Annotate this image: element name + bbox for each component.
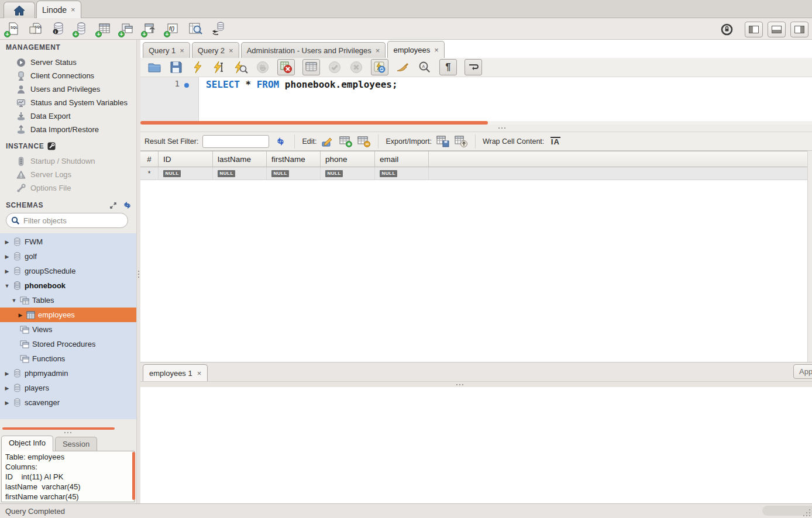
column-header-lastname[interactable]: lastName — [213, 151, 267, 167]
tree-item-schema[interactable]: ▶ FWM — [0, 234, 136, 249]
tree-item-views-folder[interactable]: Views — [0, 322, 136, 337]
tree-item-schema[interactable]: ▶ scavenger — [0, 395, 136, 410]
result-grid-vertical-scrollbar[interactable] — [807, 151, 812, 362]
tree-item-schema[interactable]: ▶ players — [0, 381, 136, 395]
stop-query-button[interactable] — [256, 60, 270, 74]
execute-all-button[interactable] — [191, 60, 205, 74]
splitter-grip[interactable] — [64, 432, 66, 433]
tree-item-schema[interactable]: ▶ phpmyadmin — [0, 366, 136, 381]
chevron-right-icon[interactable]: ▶ — [4, 400, 10, 406]
create-stored-procedure-button[interactable]: + — [142, 20, 158, 37]
open-sql-script-button[interactable]: SQL — [27, 20, 44, 37]
column-header-firstname[interactable]: firstName — [267, 151, 321, 167]
toggle-left-panel-button[interactable] — [745, 22, 763, 37]
tree-item-schema-phonebook[interactable]: ▼ phonebook — [0, 278, 136, 293]
object-info-scrollbar[interactable] — [132, 452, 135, 500]
tab-result-employees-1[interactable]: employees 1 × — [143, 364, 208, 381]
alert-status-icon[interactable] — [721, 23, 733, 36]
toggle-stop-on-error-button[interactable] — [277, 59, 295, 75]
close-icon[interactable]: × — [434, 46, 439, 54]
new-sql-editor-button[interactable]: SQL + — [5, 20, 21, 37]
sql-statement[interactable]: SELECT * FROM phonebook.employees; — [206, 79, 398, 90]
find-in-editor-button[interactable]: A — [418, 60, 432, 74]
chevron-right-icon[interactable]: ▶ — [4, 385, 10, 391]
sidebar-item-options-file[interactable]: Options File — [0, 181, 136, 195]
refresh-schemas-icon[interactable] — [123, 201, 132, 209]
close-icon[interactable]: × — [376, 46, 380, 55]
tree-item-procedures-folder[interactable]: Stored Procedures — [0, 337, 136, 351]
tab-query-1[interactable]: Query 1× — [143, 42, 190, 58]
sql-editor[interactable]: 1 SELECT * FROM phonebook.employees; — [140, 77, 812, 121]
reconnect-database-button[interactable] — [210, 20, 226, 37]
sidebar-item-client-connections[interactable]: Client Connections — [0, 69, 136, 82]
tab-session[interactable]: Session — [55, 437, 97, 451]
toggle-autocommit-button[interactable] — [371, 59, 388, 75]
wrap-cell-content-button[interactable]: IA — [548, 134, 562, 149]
cell-firstname[interactable]: NULL — [267, 167, 321, 179]
column-header-id[interactable]: ID — [159, 151, 213, 167]
tree-item-schema[interactable]: ▶ golf — [0, 249, 136, 264]
create-view-button[interactable]: + — [119, 20, 135, 37]
commit-button[interactable] — [328, 60, 342, 74]
home-tab[interactable] — [4, 2, 35, 18]
tab-object-info[interactable]: Object Info — [1, 436, 53, 451]
sidebar-item-system-variables[interactable]: Status and System Variables — [0, 96, 136, 109]
cell-id[interactable]: NULL — [159, 167, 213, 179]
column-header-phone[interactable]: phone — [321, 151, 375, 167]
sidebar-item-users-privileges[interactable]: Users and Privileges — [0, 82, 136, 96]
chevron-right-icon[interactable]: ▶ — [4, 239, 10, 245]
close-icon[interactable]: × — [180, 46, 184, 55]
chevron-right-icon[interactable]: ▶ — [4, 254, 10, 260]
window-resize-grip[interactable] — [809, 515, 810, 516]
column-header-rownum[interactable]: # — [140, 151, 159, 167]
table-row-new[interactable]: * NULL NULL NULL NULL NULL — [140, 167, 807, 180]
schema-filter-input[interactable] — [23, 216, 126, 225]
cell-lastname[interactable]: NULL — [213, 167, 267, 179]
create-table-button[interactable]: + — [96, 20, 112, 37]
sidebar-item-data-export[interactable]: Data Export — [0, 109, 136, 123]
tab-employees[interactable]: employees× — [387, 41, 444, 58]
search-table-data-button[interactable] — [187, 20, 204, 37]
editor-result-splitter[interactable] — [140, 125, 812, 132]
limit-rows-button[interactable] — [302, 59, 320, 75]
sidebar-item-data-import[interactable]: Data Import/Restore — [0, 123, 136, 136]
chevron-right-icon[interactable]: ▶ — [4, 371, 10, 377]
horizontal-scrollbar-thumb[interactable] — [762, 506, 812, 516]
sidebar-item-server-logs[interactable]: Server Logs — [0, 168, 136, 181]
explain-plan-button[interactable] — [234, 60, 248, 74]
toggle-word-wrap-button[interactable] — [465, 59, 482, 75]
column-header-email[interactable]: email — [375, 151, 429, 167]
chevron-right-icon[interactable]: ▶ — [18, 312, 23, 318]
result-filter-input[interactable] — [202, 135, 269, 148]
rollback-button[interactable] — [349, 60, 363, 74]
sidebar-splitter[interactable] — [136, 40, 140, 503]
sidebar-item-startup-shutdown[interactable]: Startup / Shutdown — [0, 154, 136, 168]
bottom-scrollbar-track[interactable] — [140, 381, 812, 387]
sidebar-horizontal-scrollbar[interactable] — [2, 427, 115, 430]
connection-tab-linode[interactable]: Linode × — [36, 1, 81, 18]
toggle-bottom-panel-button[interactable] — [768, 22, 786, 37]
refresh-resultset-button[interactable] — [273, 134, 287, 149]
tree-item-functions-folder[interactable]: Functions — [0, 351, 136, 366]
chevron-right-icon[interactable]: ▶ — [4, 268, 10, 274]
toggle-right-panel-button[interactable] — [790, 22, 808, 37]
close-icon[interactable]: × — [197, 369, 202, 378]
tab-administration[interactable]: Administration - Users and Privileges× — [241, 42, 386, 58]
export-resultset-button[interactable] — [436, 134, 450, 149]
create-function-button[interactable]: f() + — [164, 20, 181, 37]
expand-panel-icon[interactable] — [109, 202, 117, 209]
open-script-button[interactable] — [147, 60, 161, 74]
tree-item-tables-folder[interactable]: ▼ Tables — [0, 293, 136, 308]
beautify-sql-button[interactable] — [396, 60, 410, 74]
save-script-button[interactable] — [169, 60, 183, 74]
cell-email[interactable]: NULL — [375, 167, 429, 179]
close-icon[interactable]: × — [71, 5, 75, 14]
schema-inspector-button[interactable]: i — [50, 20, 67, 37]
sidebar-item-server-status[interactable]: Server Status — [0, 56, 136, 69]
tab-query-2[interactable]: Query 2× — [192, 42, 239, 58]
execute-current-button[interactable] — [212, 60, 226, 74]
cell-phone[interactable]: NULL — [321, 167, 375, 179]
chevron-down-icon[interactable]: ▼ — [11, 298, 17, 303]
edit-cell-button[interactable] — [321, 134, 335, 149]
chevron-down-icon[interactable]: ▼ — [4, 283, 10, 289]
